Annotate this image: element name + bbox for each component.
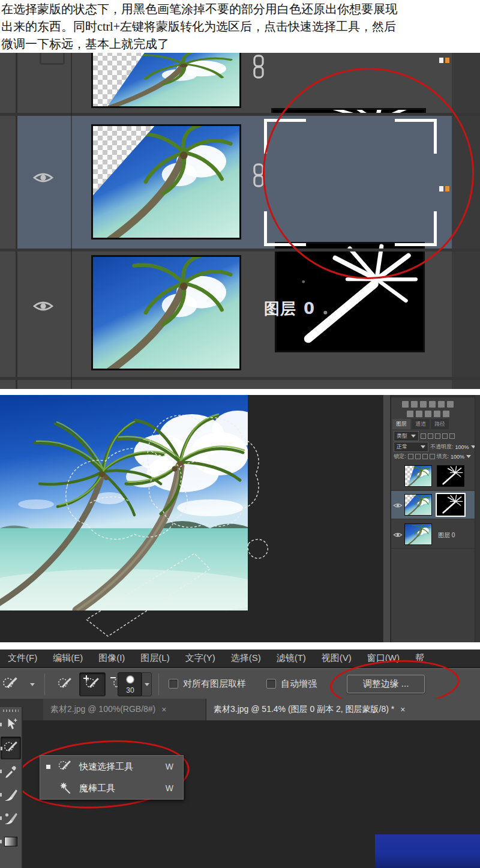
brush-size-caret-button[interactable]: [142, 672, 152, 696]
visibility-eye-icon[interactable]: [393, 530, 403, 537]
opacity-value[interactable]: 100%: [455, 444, 469, 450]
filter-shape-icon[interactable]: [442, 433, 448, 439]
lock-label: 锁定:: [394, 453, 406, 460]
mini-mask-thumbnail-selected[interactable]: [437, 494, 464, 516]
sample-all-layers-checkbox[interactable]: [169, 679, 178, 689]
mixer-brush-tool[interactable]: [1, 807, 21, 830]
caret-down-icon[interactable]: [466, 455, 471, 458]
new-selection-mode-button[interactable]: [52, 672, 78, 696]
lock-position-icon[interactable]: [422, 454, 428, 459]
lock-transparent-icon[interactable]: [408, 454, 413, 459]
mini-layer-thumbnail[interactable]: [404, 465, 432, 487]
adjustment-icons-row[interactable]: [402, 401, 454, 408]
add-to-selection-mode-button[interactable]: [79, 672, 106, 696]
document-tab-1[interactable]: 素材2.jpg @ 100%(RGB/8#) ×: [43, 699, 205, 720]
photoshop-ui-screenshot: 文件(F) 编辑(E) 图像(I) 图层(L) 文字(Y) 选择(S) 滤镜(T…: [0, 649, 480, 868]
menu-filter[interactable]: 滤镜(T): [269, 653, 314, 664]
document-tab-2[interactable]: 素材3.jpg @ 51.4% (图层 0 副本 2, 图层蒙版/8) * ×: [206, 699, 480, 720]
menu-edit[interactable]: 编辑(E): [45, 653, 91, 664]
tab-layers[interactable]: 图层: [392, 419, 410, 429]
menu-view[interactable]: 视图(V): [314, 653, 359, 664]
palm-art: [93, 257, 239, 369]
eyedropper-tool[interactable]: [1, 760, 21, 783]
palm-photo-thumb: [93, 126, 239, 238]
tab-paths[interactable]: 路径: [431, 419, 449, 429]
lock-all-icon[interactable]: [430, 454, 435, 459]
mini-layer-row-background[interactable]: 图层 0: [391, 520, 475, 549]
visibility-toggle-empty[interactable]: [40, 53, 65, 65]
brush-size-picker[interactable]: 30: [118, 672, 142, 696]
mini-layer-name[interactable]: 图层 0: [438, 531, 455, 540]
palm-photo-thumb: [405, 524, 431, 544]
filter-adjust-icon[interactable]: [428, 433, 433, 439]
minus-icon: [110, 675, 116, 680]
fill-value[interactable]: 100%: [451, 454, 464, 460]
menu-select[interactable]: 选择(S): [223, 653, 269, 664]
palm-photo-thumb: [405, 466, 431, 486]
palm-photo-thumb: [93, 257, 239, 369]
mini-layer-thumbnail[interactable]: [404, 523, 432, 545]
layer-thumbnail[interactable]: [91, 124, 241, 240]
quick-selection-tool-preset-icon[interactable]: [1, 676, 19, 695]
filter-smart-icon[interactable]: [449, 433, 455, 439]
quick-selection-tool[interactable]: [1, 737, 21, 759]
brush-tool[interactable]: [1, 783, 21, 806]
filter-type-dropdown[interactable]: 类型: [394, 431, 419, 441]
mask-link-icon[interactable]: [252, 54, 265, 79]
selected-indicator: [46, 765, 50, 769]
menu-file[interactable]: 文件(F): [0, 653, 45, 664]
document-tab-title: 素材2.jpg @ 100%(RGB/8#): [50, 704, 155, 715]
caret-down-icon[interactable]: [30, 683, 35, 686]
layer-badge-icon: [439, 186, 449, 191]
move-tool[interactable]: [1, 713, 21, 736]
gradient-tool[interactable]: [1, 830, 21, 853]
menu-help-clipped[interactable]: 帮: [407, 653, 432, 664]
brush-size-value: 30: [118, 686, 142, 695]
palm-photo-thumb: [405, 495, 431, 515]
visibility-eye-icon[interactable]: [32, 298, 54, 314]
filter-type-icon[interactable]: [435, 433, 440, 439]
mask-link-icon[interactable]: [252, 163, 265, 188]
menu-image[interactable]: 图像(I): [91, 653, 133, 664]
layer-row-top[interactable]: [17, 53, 452, 113]
mini-mask-thumbnail[interactable]: [437, 465, 464, 487]
auto-enhance-checkbox[interactable]: [266, 679, 276, 689]
palm-art: [93, 53, 239, 106]
panel-tabs: 图层 通道 路径: [392, 419, 449, 429]
mini-layer-row-selected[interactable]: [391, 491, 475, 519]
magic-wand-icon: [58, 781, 72, 795]
document-canvas-corner[interactable]: [375, 834, 480, 868]
layer-name-label[interactable]: 图层0: [264, 298, 315, 319]
close-icon[interactable]: ×: [400, 705, 405, 714]
menu-type[interactable]: 文字(Y): [178, 653, 223, 664]
visibility-eye-icon[interactable]: [393, 501, 403, 508]
visibility-eye-icon[interactable]: [32, 170, 54, 185]
layers-panel-small: 图层 通道 路径 类型 正常 不透明度: 100% 锁定:: [391, 395, 480, 642]
refine-edge-button[interactable]: 调整边缘 ...: [347, 675, 425, 693]
mini-layer-row-top[interactable]: [391, 462, 475, 490]
adjustment-icons-row[interactable]: [407, 411, 449, 417]
panel-grip[interactable]: [3, 710, 19, 712]
filter-row: 类型: [394, 431, 455, 441]
mini-layer-thumbnail[interactable]: [404, 494, 432, 516]
caret-down-icon: [421, 445, 425, 448]
blend-mode-dropdown[interactable]: 正常: [394, 442, 428, 452]
eye-column-divider: [71, 53, 72, 389]
tab-channels[interactable]: 通道: [412, 419, 430, 429]
flyout-item-quick-selection[interactable]: 快速选择工具 W: [40, 756, 183, 777]
panel-gutter-scrollbar[interactable]: [383, 395, 391, 642]
menu-window[interactable]: 窗口(W): [359, 653, 407, 664]
layer-thumbnail[interactable]: [91, 53, 241, 108]
close-icon[interactable]: ×: [161, 705, 166, 714]
fill-label: 填充:: [437, 453, 449, 460]
flyout-item-magic-wand[interactable]: 魔棒工具 W: [40, 777, 183, 799]
panel-scrollbar[interactable]: [475, 395, 480, 642]
lock-pixels-icon[interactable]: [415, 454, 421, 459]
layer-row-selected[interactable]: [17, 116, 452, 249]
layer-thumbnail[interactable]: [91, 255, 241, 370]
palm-art: [93, 126, 239, 238]
layer-row-background[interactable]: 图层0: [17, 252, 452, 377]
canvas-image[interactable]: [0, 395, 248, 610]
filter-pixel-icon[interactable]: [421, 433, 426, 439]
menu-layer[interactable]: 图层(L): [133, 653, 177, 664]
